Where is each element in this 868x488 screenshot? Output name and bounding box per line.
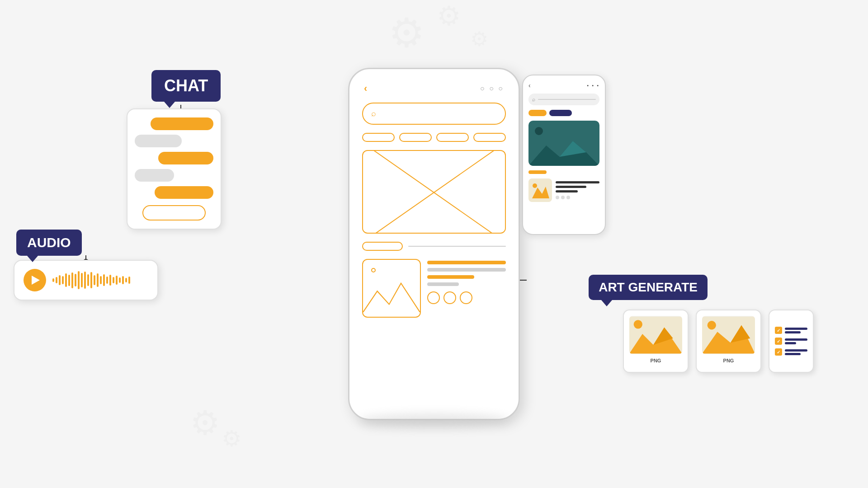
chat-bubble-5 xyxy=(155,186,214,199)
svg-rect-12 xyxy=(528,178,552,202)
right-thumbnail xyxy=(528,178,552,202)
card-circle-sm xyxy=(371,268,376,272)
placeholder-x-line2 xyxy=(362,150,506,234)
list-lines-1 xyxy=(785,328,807,333)
right-dot-2 xyxy=(561,196,565,199)
play-button[interactable] xyxy=(24,269,46,291)
filter-pill-4[interactable] xyxy=(473,133,506,142)
right-line-3 xyxy=(556,190,578,192)
search-bar[interactable]: ⌕ xyxy=(362,103,506,125)
list-check-1: ✓ xyxy=(775,327,782,334)
check-icon-2: ✓ xyxy=(777,339,780,344)
wave-bar xyxy=(109,275,111,286)
audio-mockup xyxy=(14,260,158,300)
chat-input xyxy=(142,205,205,221)
card-line-2 xyxy=(427,268,506,272)
list-line-3b xyxy=(785,353,801,355)
right-line-2 xyxy=(556,186,586,188)
right-search-bar[interactable]: ⌕ xyxy=(528,94,599,105)
wave-bar xyxy=(62,276,64,284)
play-icon xyxy=(32,276,40,285)
wave-bar xyxy=(103,274,105,286)
right-mountain-svg xyxy=(528,139,599,166)
card-mountain-svg xyxy=(363,281,420,312)
svg-point-16 xyxy=(634,320,642,328)
wave-bar xyxy=(59,275,61,285)
wave-bar xyxy=(119,277,121,283)
right-search-icon: ⌕ xyxy=(532,96,535,103)
main-image-placeholder xyxy=(362,150,506,234)
art-card-2-image xyxy=(702,316,755,354)
art-card-1-svg xyxy=(629,316,682,354)
filter-pill-2[interactable] xyxy=(399,133,432,142)
list-row-3: ✓ xyxy=(775,348,807,356)
card-circle-3 xyxy=(460,291,472,304)
list-line-2a xyxy=(785,338,807,341)
center-phone: ‹ ○ ○ ○ ⌕ xyxy=(348,68,520,420)
wave-bar xyxy=(113,277,114,283)
wave-bar xyxy=(78,271,80,289)
right-search-line xyxy=(538,99,596,100)
right-pill-active[interactable] xyxy=(528,110,547,116)
wave-bar xyxy=(90,272,92,288)
chat-bubble-1 xyxy=(151,117,213,130)
waveform xyxy=(52,271,148,289)
card-circle-2 xyxy=(443,291,456,304)
wave-bar xyxy=(100,276,102,284)
phone-shadow xyxy=(359,413,509,427)
card-line-4 xyxy=(427,282,459,286)
back-arrow-icon[interactable]: ‹ xyxy=(364,83,367,94)
filter-pill-3[interactable] xyxy=(436,133,469,142)
right-back-icon[interactable]: ‹ xyxy=(528,82,531,89)
wave-bar xyxy=(84,272,86,289)
chat-mockup xyxy=(127,108,222,230)
content-pill-sm xyxy=(362,242,403,251)
right-phone: ‹ • • • ⌕ xyxy=(522,75,606,235)
right-dots-row xyxy=(556,196,599,199)
wave-bar xyxy=(122,276,124,284)
card-row xyxy=(362,259,506,318)
right-pill-dark[interactable] xyxy=(549,110,572,116)
list-row-2: ✓ xyxy=(775,338,807,345)
right-filter-pills xyxy=(528,110,599,116)
list-line-2b xyxy=(785,342,796,344)
wave-bar xyxy=(81,273,83,287)
right-dot-3 xyxy=(566,196,570,199)
content-line xyxy=(408,246,506,247)
card-line-3 xyxy=(427,275,474,279)
right-img-sun xyxy=(535,127,543,135)
content-row xyxy=(362,242,506,251)
card-circle-1 xyxy=(427,291,440,304)
right-main-image xyxy=(528,121,599,166)
chat-bubble-2 xyxy=(135,135,182,147)
list-card: ✓ ✓ ✓ xyxy=(769,310,814,373)
right-text-lines xyxy=(556,181,599,199)
svg-point-14 xyxy=(533,183,537,188)
wave-bar xyxy=(87,274,89,286)
card-image-box xyxy=(362,259,421,318)
check-icon-3: ✓ xyxy=(777,350,780,355)
art-card-2-label: PNG xyxy=(702,358,755,363)
card-line-1 xyxy=(427,261,506,264)
wave-bar xyxy=(65,273,67,287)
filter-pills xyxy=(362,133,506,142)
art-card-1-image xyxy=(629,316,682,354)
right-dot-1 xyxy=(556,196,559,199)
list-line-3a xyxy=(785,349,807,352)
audio-label: AUDIO xyxy=(16,230,82,256)
list-line-1b xyxy=(785,331,801,333)
art-cards-container: PNG PNG ✓ ✓ xyxy=(623,310,814,373)
list-lines-2 xyxy=(785,338,807,344)
svg-point-20 xyxy=(708,321,716,329)
wave-bar xyxy=(75,274,76,286)
right-bottom-row xyxy=(528,178,599,202)
wave-bar xyxy=(128,277,130,284)
wave-bar xyxy=(125,278,127,282)
wave-bar xyxy=(116,276,118,285)
wave-bar xyxy=(94,275,95,285)
filter-pill-1[interactable] xyxy=(362,133,395,142)
card-content xyxy=(427,259,506,318)
right-menu-dots[interactable]: • • • xyxy=(587,83,599,88)
chat-label: CHAT xyxy=(151,70,221,102)
menu-dots[interactable]: ○ ○ ○ xyxy=(480,84,504,93)
